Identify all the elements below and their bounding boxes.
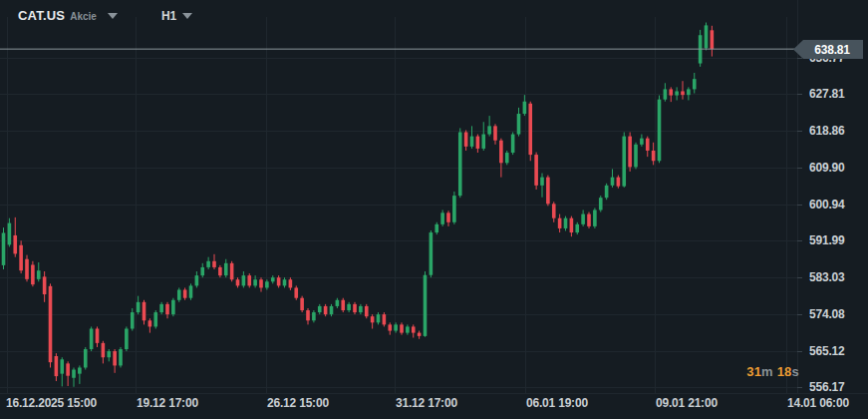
candle-body: [634, 145, 638, 168]
timeframe-label: H1: [161, 9, 176, 23]
candle-body: [481, 135, 485, 149]
candle-body: [49, 286, 53, 362]
time-axis-label: 06.01 19:00: [526, 396, 588, 410]
candle-body: [430, 232, 434, 275]
candle-body: [230, 263, 234, 279]
price-axis[interactable]: 636.77627.81618.86609.90600.94591.99583.…: [797, 0, 868, 394]
candle-body: [312, 312, 316, 320]
candle-body: [107, 351, 111, 357]
time-axis[interactable]: 16.12.2025 15:0019.12 17:0026.12 15:0031…: [0, 394, 868, 419]
candle-body: [247, 275, 251, 285]
price-axis-tick: [797, 240, 802, 241]
candle-body: [693, 79, 697, 89]
candle-body: [383, 314, 387, 324]
candle-body: [400, 324, 404, 332]
candle-body: [102, 343, 106, 357]
price-axis-tick: [797, 205, 802, 206]
candle-body: [675, 91, 679, 95]
price-axis-tick: [797, 58, 802, 59]
candle-body: [434, 224, 438, 232]
instrument-type-label: Akcie: [70, 11, 97, 22]
candle-body: [265, 281, 269, 287]
candle-body: [646, 139, 650, 151]
candle-body: [131, 312, 135, 328]
candle-body: [464, 133, 468, 147]
candle-body: [546, 178, 550, 205]
candle-body: [119, 349, 123, 365]
time-axis-label: 31.12 17:00: [396, 396, 457, 410]
candle-body: [452, 196, 456, 222]
candle-body: [487, 126, 491, 134]
candle-body: [318, 306, 322, 312]
candle-body: [143, 302, 146, 320]
candle-body: [440, 212, 444, 223]
candle-body: [599, 198, 603, 210]
candle-body: [658, 100, 662, 162]
candle-body: [200, 267, 204, 275]
price-axis-tick: [797, 168, 802, 169]
candle-body: [195, 275, 199, 285]
price-axis-label: 556.17: [809, 380, 845, 394]
candle-body: [611, 178, 615, 186]
candle-body: [687, 89, 691, 95]
candle-body: [681, 91, 685, 95]
candle-body: [505, 153, 509, 163]
countdown-minutes: 31: [746, 364, 761, 379]
countdown-seconds-unit: s: [792, 364, 799, 379]
candle-body: [96, 329, 100, 343]
candle-body: [705, 25, 709, 48]
candle-body: [377, 314, 381, 322]
candle-body: [125, 329, 129, 350]
price-axis-tick: [797, 314, 802, 315]
candlestick-chart[interactable]: [0, 0, 868, 419]
candle-body: [534, 155, 538, 186]
countdown-seconds: 18: [777, 364, 792, 379]
candle-body: [90, 329, 94, 350]
price-axis-label: 574.08: [809, 307, 845, 321]
candle-body: [558, 218, 562, 228]
candle-body: [628, 137, 632, 168]
candle-body: [212, 261, 216, 267]
candle-body: [523, 102, 527, 114]
candle-body: [218, 267, 222, 275]
candle-body: [593, 210, 597, 225]
candle-body: [424, 275, 428, 336]
candle-body: [517, 114, 521, 135]
price-axis-label: 591.99: [809, 233, 845, 247]
candle-body: [412, 326, 416, 332]
time-axis-label: 26.12 15:00: [267, 396, 329, 410]
candle-body: [711, 30, 715, 49]
candle-body: [353, 304, 357, 312]
candle-body: [236, 279, 240, 285]
countdown-minutes-unit: m: [761, 364, 773, 379]
candle-body: [13, 235, 17, 253]
candle-body: [347, 304, 351, 310]
candle-body: [19, 245, 23, 270]
time-axis-label: 14.01 06:00: [787, 396, 849, 410]
symbol-selector[interactable]: CAT.US Akcie: [18, 8, 118, 23]
timeframe-selector[interactable]: H1: [161, 9, 192, 23]
candle-body: [359, 306, 363, 312]
chevron-down-icon: [182, 13, 192, 19]
price-axis-label: 565.12: [809, 344, 845, 358]
candle-body: [458, 133, 462, 197]
candle-body: [2, 232, 6, 264]
candle-body: [43, 276, 47, 294]
candle-body: [37, 270, 41, 279]
price-axis-tick: [797, 131, 802, 132]
candle-countdown-timer: 31m 18s: [0, 364, 799, 379]
candle-body: [31, 264, 35, 284]
candle-body: [564, 218, 568, 228]
candle-body: [669, 89, 673, 95]
candle-body: [575, 224, 579, 232]
candle-body: [25, 259, 29, 279]
trading-chart-window: CAT.US Akcie H1 636.77627.81618.86609.90…: [0, 0, 868, 419]
candle-body: [476, 137, 480, 149]
candle-body: [148, 320, 152, 326]
price-axis-label: 609.90: [809, 161, 845, 175]
chevron-down-icon: [108, 13, 118, 19]
candle-body: [294, 287, 298, 297]
candle-body: [283, 279, 287, 285]
time-axis-label: 19.12 17:00: [137, 396, 198, 410]
candle-body: [341, 300, 345, 310]
